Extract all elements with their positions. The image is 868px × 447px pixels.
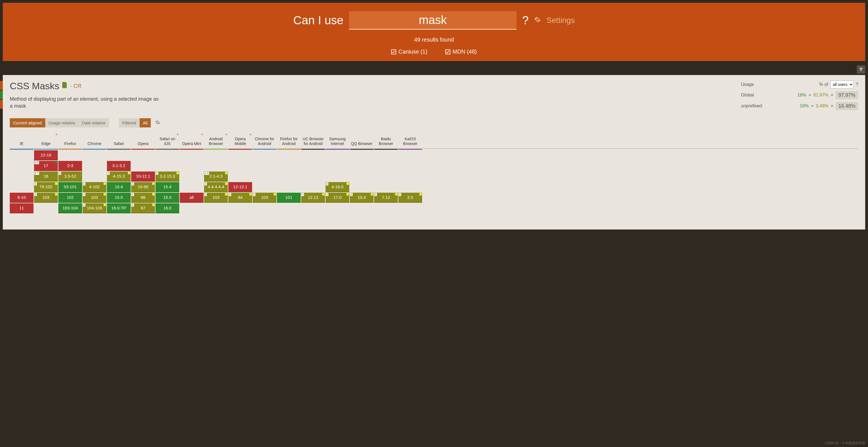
version-cell[interactable]: 79-1021	[34, 182, 58, 192]
usage-global-row: Global 16% + 81.97% = 97.97%	[741, 91, 858, 99]
browser-column: 4-10211031104-1061	[83, 150, 106, 224]
view-settings-icon[interactable]	[155, 120, 160, 126]
search-input[interactable]	[349, 11, 517, 30]
browser-header-sios[interactable]: Safari on iOS	[156, 133, 179, 148]
usage-stats: Usage % of all users ? Global 16% + 81.9…	[741, 80, 858, 113]
browser-header-ie[interactable]: IE	[10, 133, 33, 148]
version-cell[interactable]: 1031	[83, 193, 106, 203]
version-cell[interactable]: 1031	[34, 193, 58, 203]
support-grid: IEEdgeFirefoxChromeSafariOperaSafari on …	[10, 133, 858, 224]
usage-help-icon[interactable]: ?	[856, 82, 858, 87]
browser-column: 6-1011	[10, 150, 33, 224]
usage-select[interactable]: all users	[830, 80, 854, 89]
tab-date-relative[interactable]: Date relative	[79, 118, 108, 128]
version-cell[interactable]: 641	[228, 193, 252, 203]
browser-header-ab[interactable]: Android Browser	[204, 133, 228, 148]
browser-column: 3.1-3.24-15.3115.415.516.0-TP	[107, 150, 131, 224]
version-cell[interactable]: 3.1-3.2	[107, 161, 131, 171]
browser-header-op[interactable]: Opera	[131, 133, 155, 148]
version-cell[interactable]: 11	[10, 203, 33, 213]
usage-unprefixed-row: unprefixed: 16% + 0.48% = 16.48%	[741, 102, 858, 110]
version-cell[interactable]: 861	[131, 193, 155, 203]
version-cell[interactable]: 10-12.1	[131, 171, 155, 181]
version-cell[interactable]: all	[180, 193, 204, 203]
feature-panel: CSS Masks - CR Method of displaying part…	[3, 75, 865, 230]
version-cell[interactable]: 6-10	[10, 193, 33, 203]
version-cell[interactable]: 16.0	[156, 203, 179, 213]
feature-title: CSS Masks - CR	[10, 80, 160, 92]
version-cell[interactable]: 101	[277, 193, 301, 203]
version-cell[interactable]: 12-16	[34, 150, 58, 160]
browser-header-qq[interactable]: QQ Browser	[350, 133, 374, 148]
version-cell[interactable]: 10.41	[350, 193, 374, 203]
document-icon[interactable]	[62, 82, 67, 90]
version-cell[interactable]: 15.4	[107, 182, 131, 192]
version-cell[interactable]: 4.4-4.4.41	[204, 182, 228, 192]
version-cell[interactable]: 4-1021	[83, 182, 106, 192]
version-cell[interactable]: 1031	[253, 193, 276, 203]
browser-header-om[interactable]: Opera Mobile	[228, 133, 252, 148]
browser-header-sf[interactable]: Safari	[107, 133, 131, 148]
version-cell[interactable]: 2.1-4.31 3	[204, 171, 228, 181]
help-icon[interactable]: ?	[522, 14, 528, 27]
version-cell[interactable]: 12.121	[301, 193, 325, 203]
version-cell[interactable]: 174 5	[34, 161, 58, 171]
version-cell[interactable]: 15.5	[107, 193, 131, 203]
version-cell[interactable]: 15-851	[131, 182, 155, 192]
version-cell[interactable]: 16.0-TP	[107, 203, 131, 213]
version-cell[interactable]: 15.4	[156, 182, 179, 192]
browser-column: 7.121	[374, 150, 398, 224]
browser-column: 12.121	[301, 150, 325, 224]
filter-icon[interactable]	[857, 65, 865, 74]
browser-column: 12-16174 5186 779-10211031	[34, 150, 58, 224]
browser-header-cfa[interactable]: Chrome for Android	[253, 133, 276, 148]
browser-header-omini[interactable]: Opera Mini	[180, 133, 204, 148]
version-cell[interactable]: 3.2-15.31	[156, 171, 179, 181]
browser-column: 2.1-4.31 34.4-4.4.411031	[204, 150, 228, 224]
version-cell[interactable]: 4-16.01	[326, 182, 349, 192]
browser-header-ch[interactable]: Chrome	[83, 133, 106, 148]
browser-header-uc[interactable]: UC Browser for Android	[301, 133, 325, 148]
version-cell[interactable]: 186 7	[34, 171, 58, 181]
version-cell[interactable]: 102	[58, 193, 82, 203]
feature-description: Method of displaying part of an element,…	[10, 96, 160, 110]
mdn-checkbox[interactable]: MDN (48)	[445, 48, 477, 55]
gear-icon[interactable]	[534, 16, 541, 25]
version-cell[interactable]: 2-3	[58, 161, 82, 171]
spec-status[interactable]: - CR	[70, 83, 82, 89]
browser-header-edge[interactable]: Edge	[34, 133, 58, 148]
version-cell[interactable]: 2.52	[398, 193, 422, 203]
browser-column: 10.41	[350, 150, 374, 224]
browser-header-kai[interactable]: KaiOS Browser	[398, 133, 422, 148]
app-title: Can I use	[293, 14, 343, 27]
browser-header-ffa[interactable]: Firefox for Android	[277, 133, 301, 148]
browser-header-si[interactable]: Samsung Internet	[326, 133, 349, 148]
settings-link[interactable]: Settings	[546, 16, 575, 25]
browser-column: 10-12.115-851861871	[131, 150, 155, 224]
version-cell[interactable]: 871	[131, 203, 155, 213]
results-count: 49 results found	[8, 37, 860, 43]
version-cell[interactable]: 7.121	[374, 193, 398, 203]
version-cell[interactable]: 53-101	[58, 182, 82, 192]
version-cell[interactable]: 15.5	[156, 193, 179, 203]
browser-header-ff[interactable]: Firefox	[58, 133, 82, 148]
version-cell[interactable]: 12-12.1	[228, 182, 252, 192]
tab-usage-relative[interactable]: Usage relative	[45, 118, 79, 128]
tab-filtered[interactable]: Filtered	[119, 118, 140, 128]
version-cell[interactable]: 3.5-522	[58, 171, 82, 181]
version-cell[interactable]: 103-104	[58, 203, 82, 213]
version-cell[interactable]: 1031	[204, 193, 228, 203]
browser-column: 12-12.1641	[228, 150, 252, 224]
version-cell[interactable]: 104-1061	[83, 203, 106, 213]
side-handle[interactable]	[0, 81, 3, 109]
caniuse-checkbox[interactable]: Caniuse (1)	[391, 48, 427, 55]
version-cell[interactable]: 4-15.31	[107, 171, 131, 181]
header: Can I use ? Settings 49 results found Ca…	[3, 3, 865, 61]
tab-all[interactable]: All	[140, 118, 151, 128]
tab-current-aligned[interactable]: Current aligned	[10, 118, 45, 128]
version-cell[interactable]: 17.01	[326, 193, 349, 203]
browser-column: 1031	[253, 150, 276, 224]
browser-column: all	[180, 150, 204, 224]
browser-header-bb[interactable]: Baidu Browser	[374, 133, 398, 148]
browser-column: 101	[277, 150, 301, 224]
